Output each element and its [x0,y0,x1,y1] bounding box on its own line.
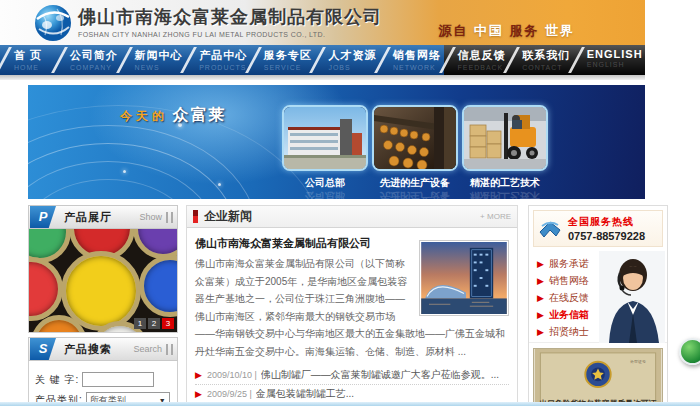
product-showcase-header: P 产品展厅 Show [28,205,178,229]
certificate-image[interactable]: 出口危险货物包装容器质量许可证 许可证号 [533,348,663,406]
nav-item-network[interactable]: 销售网络NETWORK [379,45,444,75]
search-title: 产品搜索 [64,342,133,357]
keyword-input[interactable] [82,372,154,387]
sparkle-dot [123,170,126,173]
globe-logo-icon [33,3,73,43]
nav-item-home[interactable]: 首 页HOME [0,45,56,75]
production-photo [372,105,458,171]
company-intro: 佛山市南海众富莱金属制品有限公司 佛山市南海众富莱金属制品有限公司（以下简称众富… [187,228,517,360]
showcase-pagination: 1 2 3 [134,318,174,329]
hotline-box: 全国服务热线 0757-88579228 [533,210,663,247]
floating-service-button[interactable] [679,338,700,365]
hero-banner: 今天的 众富莱 公司总部 公司总部 [28,85,645,199]
brand-block: 佛山市南海众富莱金属制品有限公司 FOSHAN CITY NANHAI ZHON… [78,5,382,38]
company-name-cn: 佛山市南海众富莱金属制品有限公司 [78,5,382,29]
keyword-label: 关 键 字: [35,373,79,387]
paint-can [139,255,178,317]
list-icon [166,344,173,355]
paint-can [28,257,63,321]
service-menu-area: ▶服务承诺 ▶销售网络 ▶在线反馈 ▶业务信箱 ▶招贤纳士 [529,251,667,343]
nav-item-products[interactable]: 产品中心PRODUCTS [185,45,250,75]
hotline-label: 全国服务热线 [568,215,645,229]
nav-item-news[interactable]: 新闻中心NEWS [121,45,186,75]
left-sidebar: P 产品展厅 Show 1 2 3 S 产品搜索 Search [28,205,178,406]
banner-thumb-craft[interactable]: 精湛的工艺技术 精湛的工艺技术 [462,105,548,199]
page-2[interactable]: 2 [148,318,160,329]
product-showcase-image[interactable]: 1 2 3 [28,229,178,333]
news-title: 企业新闻 [204,208,480,225]
banner-thumb-headquarters[interactable]: 公司总部 公司总部 [282,105,368,199]
menu-item-business-mailbox[interactable]: ▶业务信箱 [537,306,589,323]
news-more-link[interactable]: + MORE [480,212,511,221]
nav-item-contact[interactable]: 联系我们CONTACT [508,45,573,75]
phone-icon [537,218,563,240]
page-3[interactable]: 3 [162,318,174,329]
news-header: 企业新闻 + MORE [187,206,517,228]
arrow-bullet-icon: ▶ [195,389,202,399]
site-header: 佛山市南海众富莱金属制品有限公司 FOSHAN CITY NANHAI ZHON… [0,0,645,45]
showcase-title: 产品展厅 [64,210,139,225]
headquarters-photo [282,105,368,171]
arrow-bullet-icon: ▶ [537,276,544,286]
footer-divider [0,402,700,406]
page: 佛山市南海众富莱金属制品有限公司 FOSHAN CITY NANHAI ZHON… [0,0,700,406]
arrow-bullet-icon: ▶ [537,259,544,269]
page-1[interactable]: 1 [134,318,146,329]
news-row[interactable]: ▶ 2009/10/10 | 佛山制罐厂——众富莱制罐诚邀广大客户莅临参观。..… [195,366,509,385]
slogan-part2: 中国 [474,23,510,38]
nav-item-jobs[interactable]: 人才资源JOBS [314,45,379,75]
slogan-part4: 世界 [545,23,575,38]
arrow-bullet-icon: ▶ [195,370,202,380]
product-search-form: 关 键 字: 产品类别: 所有类别 ▼ Search [28,361,178,406]
search-link[interactable]: Search [133,344,162,354]
service-menu: ▶服务承诺 ▶销售网络 ▶在线反馈 ▶业务信箱 ▶招贤纳士 [537,255,589,340]
hotline-number: 0757-88579228 [568,230,645,242]
svg-text:许可证号: 许可证号 [630,359,646,364]
nav-item-feedback[interactable]: 信息反馈FEEDBACK [444,45,509,75]
arrow-bullet-icon: ▶ [537,310,544,320]
nav-item-service[interactable]: 服务专区SERVICE [250,45,315,75]
customer-service-agent-photo [599,251,665,343]
slogan-part3: 服务 [509,23,539,38]
sparkle-dot [218,183,221,186]
nav-item-english[interactable]: ENGLISHENGLISH [573,45,645,75]
banner-thumb-production[interactable]: 先进的生产设备 先进的生产设备 [372,105,458,199]
service-sidebar: 全国服务热线 0757-88579228 ▶服务承诺 ▶销售网络 ▶在线反馈 ▶… [528,205,668,406]
slogan-part1: 源自 [438,23,468,38]
red-bar-icon [193,210,198,223]
list-icon [166,212,173,223]
main-nav: 首 页HOME 公司简介COMPANY 新闻中心NEWS 产品中心PRODUCT… [0,45,645,75]
menu-item-sales-network[interactable]: ▶销售网络 [537,272,589,289]
company-name-en: FOSHAN CITY NANHAI ZHONG FU LAI METAL PR… [78,31,382,38]
product-search-header: S 产品搜索 Search [28,337,178,361]
slogan: 源自 中国 服务 世界 [438,22,575,40]
showcase-badge: P [30,206,56,228]
menu-item-online-feedback[interactable]: ▶在线反馈 [537,289,589,306]
office-tower-photo [419,240,509,316]
nav-item-company[interactable]: 公司简介COMPANY [56,45,121,75]
menu-item-recruitment[interactable]: ▶招贤纳士 [537,323,589,340]
arrow-bullet-icon: ▶ [537,327,544,337]
showcase-show-link[interactable]: Show [139,212,162,222]
arrow-bullet-icon: ▶ [537,293,544,303]
banner-tagline: 今天的 众富莱 [120,105,226,126]
search-badge: S [30,338,56,360]
news-panel: 企业新闻 + MORE [186,205,518,406]
news-list: ▶ 2009/10/10 | 佛山制罐厂——众富莱制罐诚邀广大客户莅临参观。..… [187,366,517,406]
menu-item-service-promise[interactable]: ▶服务承诺 [537,255,589,272]
forklift-photo [462,105,548,171]
